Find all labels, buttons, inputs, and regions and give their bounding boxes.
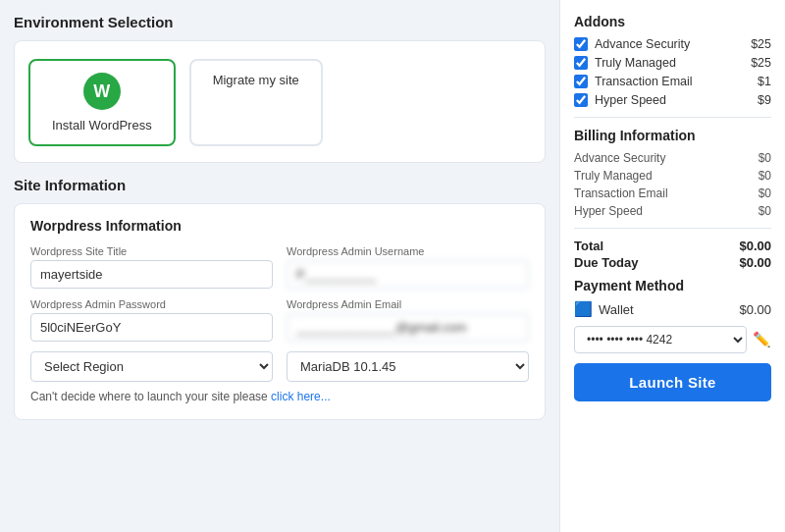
addon-checkbox-0[interactable] xyxy=(574,37,588,51)
divider-1 xyxy=(574,117,771,118)
edit-card-icon[interactable]: ✏️ xyxy=(753,331,771,348)
card-row: •••• •••• •••• 4242 ✏️ xyxy=(574,326,771,353)
addon-price-3: $9 xyxy=(758,93,771,107)
main-panel: Environment Selection W Install WordPres… xyxy=(0,0,559,532)
total-value: $0.00 xyxy=(739,239,771,253)
wallet-row: 🟦 Wallet $0.00 xyxy=(574,300,771,318)
env-card: W Install WordPress Migrate my site xyxy=(14,40,546,163)
billing-label-0: Advance Security xyxy=(574,151,665,165)
wp-admin-email-label: Wordpress Admin Email xyxy=(287,298,529,310)
install-wordpress-option[interactable]: W Install WordPress xyxy=(28,59,176,146)
addon-checkbox-3[interactable] xyxy=(574,93,588,107)
addon-label-0: Advance Security xyxy=(595,37,744,51)
wp-admin-username-label: Wordpress Admin Username xyxy=(287,245,529,257)
wordpress-icon: W xyxy=(83,73,121,110)
addon-price-1: $25 xyxy=(751,56,771,70)
wp-info-title: Worpdress Information xyxy=(30,218,529,234)
due-value: $0.00 xyxy=(739,255,771,270)
billing-row-0: Advance Security $0 xyxy=(574,151,771,165)
addon-label-1: Truly Managed xyxy=(595,56,744,70)
dropdown-row: Select Region US East US West EU West As… xyxy=(30,351,529,382)
addon-row-0: Advance Security $25 xyxy=(574,37,771,51)
launch-site-button[interactable]: Launch Site xyxy=(574,363,771,401)
addon-checkbox-1[interactable] xyxy=(574,56,588,70)
form-row-2: Wordpress Admin Password Wordpress Admin… xyxy=(30,298,529,342)
addon-row-1: Truly Managed $25 xyxy=(574,56,771,70)
billing-value-0: $0 xyxy=(759,151,771,165)
payment-method-title: Payment Method xyxy=(574,278,771,293)
wallet-amount: $0.00 xyxy=(739,302,771,317)
wallet-icon: 🟦 xyxy=(574,300,593,318)
billing-label-3: Hyper Speed xyxy=(574,204,643,218)
total-label: Total xyxy=(574,239,603,253)
env-section-title: Environment Selection xyxy=(14,14,546,30)
addon-checkbox-2[interactable] xyxy=(574,75,588,88)
billing-row-2: Transaction Email $0 xyxy=(574,186,771,200)
click-here-link[interactable]: click here... xyxy=(271,390,331,403)
billing-value-2: $0 xyxy=(759,186,771,200)
side-panel: Addons Advance Security $25 Truly Manage… xyxy=(559,0,785,532)
wallet-label: Wallet xyxy=(599,302,733,317)
wp-admin-password-group: Wordpress Admin Password xyxy=(30,298,273,342)
wp-admin-username-input[interactable] xyxy=(287,260,529,289)
addon-row-3: Hyper Speed $9 xyxy=(574,93,771,107)
migrate-site-option[interactable]: Migrate my site xyxy=(189,59,323,146)
addons-title: Addons xyxy=(574,14,771,29)
addon-row-2: Transaction Email $1 xyxy=(574,75,771,88)
billing-value-1: $0 xyxy=(759,169,771,183)
total-row: Total $0.00 xyxy=(574,239,771,253)
wp-admin-email-input[interactable] xyxy=(287,313,529,342)
db-version-dropdown[interactable]: MariaDB 10.1.45 MariaDB 10.2 MySQL 5.7 xyxy=(287,351,529,382)
billing-row-3: Hyper Speed $0 xyxy=(574,204,771,218)
due-label: Due Today xyxy=(574,255,639,270)
wp-site-title-label: Wordpress Site Title xyxy=(30,245,273,257)
due-row: Due Today $0.00 xyxy=(574,255,771,270)
db-version-group: MariaDB 10.1.45 MariaDB 10.2 MySQL 5.7 xyxy=(287,351,529,382)
addon-price-2: $1 xyxy=(758,75,771,88)
addon-label-3: Hyper Speed xyxy=(595,93,751,107)
wp-admin-username-group: Wordpress Admin Username xyxy=(287,245,529,289)
install-wordpress-label: Install WordPress xyxy=(52,118,152,133)
billing-title: Billing Information xyxy=(574,128,771,143)
site-info-title: Site Information xyxy=(14,177,546,193)
addon-label-2: Transaction Email xyxy=(595,75,751,88)
card-select-dropdown[interactable]: •••• •••• •••• 4242 xyxy=(574,326,747,353)
billing-row-1: Truly Managed $0 xyxy=(574,169,771,183)
form-row-1: Wordpress Site Title Wordpress Admin Use… xyxy=(30,245,529,289)
wp-site-title-input[interactable] xyxy=(30,260,273,289)
migrate-site-label: Migrate my site xyxy=(213,73,299,87)
wp-admin-password-label: Wordpress Admin Password xyxy=(30,298,273,310)
billing-label-2: Transaction Email xyxy=(574,186,668,200)
billing-value-3: $0 xyxy=(759,204,771,218)
select-region-group: Select Region US East US West EU West As… xyxy=(30,351,273,382)
select-region-dropdown[interactable]: Select Region US East US West EU West As… xyxy=(30,351,273,382)
env-options: W Install WordPress Migrate my site xyxy=(28,59,531,146)
wp-admin-password-input[interactable] xyxy=(30,313,273,342)
cant-decide-text: Can't decide where to launch your site p… xyxy=(30,390,529,403)
divider-2 xyxy=(574,228,771,229)
billing-label-1: Truly Managed xyxy=(574,169,653,183)
wp-site-title-group: Wordpress Site Title xyxy=(30,245,273,289)
wp-admin-email-group: Wordpress Admin Email xyxy=(287,298,529,342)
site-info-card: Worpdress Information Wordpress Site Tit… xyxy=(14,203,546,420)
addon-price-0: $25 xyxy=(751,37,771,51)
